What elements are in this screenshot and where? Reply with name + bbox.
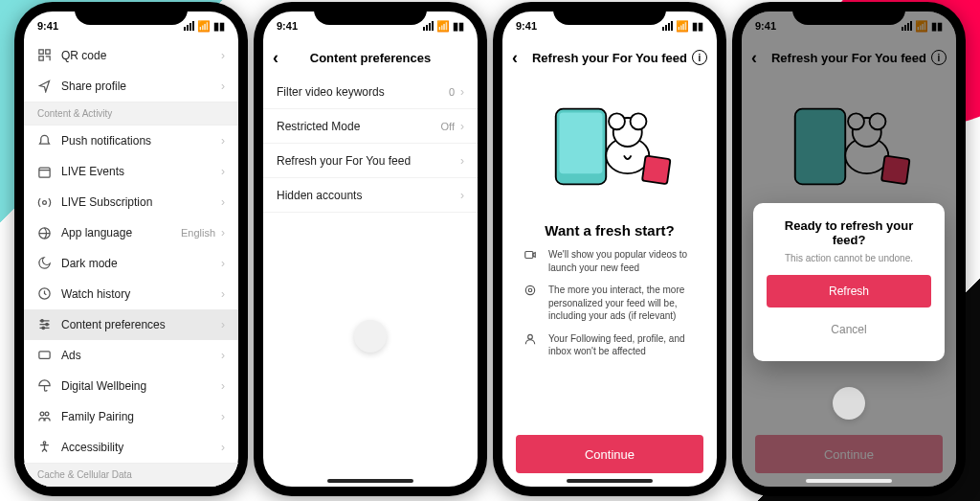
clock-icon [37,286,52,301]
status-time: 9:41 [37,20,58,32]
row-digital-wellbeing[interactable]: Digital Wellbeing› [24,371,238,401]
phone-refresh-intro: 9:41 📶▮▮ ‹ Refresh your For You feed i [493,2,726,496]
row-share-profile[interactable]: Share profile › [24,71,238,102]
assistive-touch-icon[interactable] [833,387,865,420]
section-header: Content & Activity [24,102,238,125]
row-refresh-fyf[interactable]: Refresh your For You feed› [263,144,478,178]
svg-rect-2 [39,57,43,60]
page-title: Content preferences [310,51,431,65]
phone-settings: 9:41 📶 ▮▮ QR code › Share profile › Cont… [14,2,248,496]
row-content-preferences[interactable]: Content preferences› [24,309,238,340]
svg-point-13 [43,442,46,444]
globe-icon [37,226,52,240]
row-hidden-accounts[interactable]: Hidden accounts› [263,178,478,213]
home-indicator[interactable] [567,479,653,483]
notch [314,2,427,25]
svg-rect-21 [525,252,533,259]
refresh-heading: Want a fresh start? [502,222,717,239]
svg-point-22 [525,285,534,294]
chevron-right-icon: › [221,287,225,301]
chevron-right-icon: › [221,195,225,209]
row-live-subscription[interactable]: LIVE Subscription› [24,187,238,217]
svg-rect-1 [46,50,50,54]
svg-point-24 [528,334,533,339]
row-family-pairing[interactable]: Family Pairing› [24,401,238,432]
svg-rect-10 [39,352,50,359]
chevron-right-icon: › [221,318,225,331]
share-icon [37,79,52,93]
bell-icon [37,134,52,148]
chevron-right-icon: › [221,349,225,362]
row-push-notifications[interactable]: Push notifications› [24,125,238,156]
svg-rect-20 [642,156,671,185]
row-app-language[interactable]: App languageEnglish› [24,217,238,248]
refresh-button[interactable]: Refresh [767,275,931,307]
home-indicator[interactable] [327,479,413,483]
status-time: 9:41 [277,20,298,32]
chevron-right-icon: › [221,134,225,148]
video-icon [523,248,539,263]
wifi-icon: 📶 [436,20,450,33]
moon-icon [37,256,52,270]
chevron-right-icon: › [221,441,225,454]
page-header: ‹ Content preferences [263,40,478,75]
chevron-right-icon: › [221,80,225,93]
svg-point-19 [631,113,647,129]
page-header: ‹ Refresh your For You feed i [502,40,717,75]
row-filter-keywords[interactable]: Filter video keywords0› [263,75,478,109]
svg-point-12 [45,413,49,417]
assistive-touch-icon[interactable] [354,320,387,353]
row-qr-code[interactable]: QR code › [24,40,238,71]
battery-icon: ▮▮ [213,20,225,33]
bullet-item: Your Following feed, profile, and inbox … [523,332,696,358]
wifi-icon: 📶 [197,20,211,33]
sliders-icon [37,317,52,331]
phone-content-preferences: 9:41 📶▮▮ ‹ Content preferences Filter vi… [254,2,487,496]
chevron-right-icon: › [460,85,464,99]
bullet-item: We'll show you popular videos to launch … [523,248,696,274]
wifi-icon: 📶 [676,20,689,33]
svg-point-23 [528,288,532,292]
row-label: Share profile [61,80,126,93]
row-label: QR code [61,49,106,62]
svg-rect-0 [39,50,43,54]
notch [792,2,905,25]
svg-point-4 [43,200,47,204]
section-header-cache: Cache & Cellular Data [24,463,238,487]
page-title: Refresh your For You feed [532,51,687,65]
row-restricted-mode[interactable]: Restricted ModeOff› [263,109,478,144]
back-icon[interactable]: ‹ [273,49,278,66]
row-dark-mode[interactable]: Dark mode› [24,248,238,279]
bullet-item: The more you interact, the more personal… [523,284,696,323]
notch [75,2,188,25]
home-indicator[interactable] [806,479,892,483]
illustration [502,75,717,218]
chevron-right-icon: › [221,49,225,62]
cancel-button[interactable]: Cancel [767,313,931,346]
row-ads[interactable]: Ads› [24,340,238,371]
status-time: 9:41 [516,20,537,32]
row-accessibility[interactable]: Accessibility› [24,432,238,463]
row-watch-history[interactable]: Watch history› [24,279,238,309]
chevron-right-icon: › [221,257,225,270]
chevron-right-icon: › [221,165,225,178]
chevron-right-icon: › [460,120,464,133]
person-icon [523,332,539,348]
confirm-modal: Ready to refresh your feed? This action … [753,203,945,361]
svg-point-7 [41,320,44,323]
ads-icon [37,348,52,362]
back-icon[interactable]: ‹ [512,49,518,66]
signal-icon [184,21,194,31]
phone-refresh-confirm: 9:41 📶▮▮ ‹ Refresh your For You feed i [732,2,966,496]
continue-button[interactable]: Continue [516,435,703,473]
row-live-events[interactable]: LIVE Events› [24,156,238,187]
signal-icon [662,21,673,31]
chevron-right-icon: › [460,154,464,168]
info-icon[interactable]: i [692,50,707,65]
chevron-right-icon: › [221,379,225,393]
qr-icon [37,48,52,62]
svg-point-9 [42,327,45,330]
chevron-right-icon: › [221,410,225,423]
svg-rect-3 [39,168,50,177]
battery-icon: ▮▮ [453,20,464,33]
